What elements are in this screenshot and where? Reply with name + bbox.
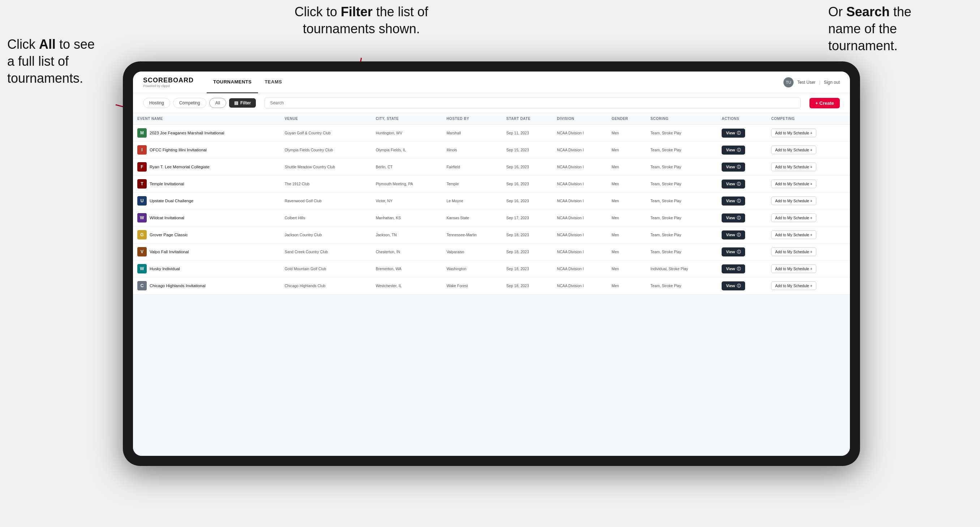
gender-0: Men	[608, 125, 646, 141]
view-button-6[interactable]: View ⓘ	[722, 230, 745, 240]
city-state-4: Victor, NY	[371, 192, 442, 210]
tablet-screen: SCOREBOARD Powered by clippd TOURNAMENTS…	[133, 71, 850, 456]
add-to-schedule-button-8[interactable]: Add to My Schedule +	[771, 264, 816, 273]
view-icon-9: ⓘ	[737, 283, 741, 289]
actions-7: View ⓘ	[717, 243, 767, 260]
view-button-4[interactable]: View ⓘ	[722, 197, 745, 206]
competing-5: Add to My Schedule +	[767, 210, 850, 227]
col-scoring: SCORING	[646, 113, 717, 125]
city-state-1: Olympia Fields, IL	[371, 141, 442, 159]
event-cell-7: V Valpo Fall Invitational	[133, 243, 280, 260]
search-area	[264, 97, 801, 108]
view-button-3[interactable]: View ⓘ	[722, 179, 745, 189]
filter-label: Filter	[240, 100, 251, 105]
add-to-schedule-button-6[interactable]: Add to My Schedule +	[771, 230, 816, 239]
event-cell-1: I OFCC Fighting Illini Invitational	[133, 141, 280, 159]
gender-4: Men	[608, 192, 646, 210]
hosted-by-8: Washington	[442, 260, 502, 278]
city-state-7: Chesterton, IN	[371, 243, 442, 260]
nav-links: TOURNAMENTS TEAMS	[207, 71, 288, 93]
view-icon-0: ⓘ	[737, 130, 741, 136]
gender-2: Men	[608, 159, 646, 176]
actions-1: View ⓘ	[717, 141, 767, 159]
logo-area: SCOREBOARD Powered by clippd	[143, 76, 194, 88]
col-competing: COMPETING	[767, 113, 850, 125]
table-row: G Grover Page Classic Jackson Country Cl…	[133, 227, 850, 243]
col-actions: ACTIONS	[717, 113, 767, 125]
event-logo-3: T	[137, 179, 147, 189]
division-4: NCAA Division I	[552, 192, 607, 210]
view-icon-3: ⓘ	[737, 181, 741, 187]
competing-tab[interactable]: Competing	[173, 98, 206, 108]
table-row: I OFCC Fighting Illini Invitational Olym…	[133, 141, 850, 159]
col-hosted-by: HOSTED BY	[442, 113, 502, 125]
view-button-0[interactable]: View ⓘ	[722, 129, 745, 138]
search-input[interactable]	[264, 97, 801, 108]
annotation-top-center: Click to Filter the list oftournaments s…	[253, 3, 470, 38]
start-date-0: Sep 11, 2023	[502, 125, 552, 141]
view-icon-7: ⓘ	[737, 249, 741, 255]
event-name-2: Ryan T. Lee Memorial Collegiate	[150, 165, 210, 169]
filter-button[interactable]: ▤ Filter	[229, 98, 256, 108]
nav-link-tournaments[interactable]: TOURNAMENTS	[207, 71, 258, 93]
col-event-name: EVENT NAME	[133, 113, 280, 125]
event-logo-5: W	[137, 213, 147, 222]
create-button[interactable]: + Create	[810, 98, 840, 108]
scoring-5: Team, Stroke Play	[646, 210, 717, 227]
event-name-8: Husky Individual	[150, 267, 180, 271]
event-name-6: Grover Page Classic	[150, 233, 188, 237]
city-state-9: Westchester, IL	[371, 278, 442, 294]
scoring-0: Team, Stroke Play	[646, 125, 717, 141]
event-logo-4: U	[137, 196, 147, 206]
event-cell-8: W Husky Individual	[133, 260, 280, 278]
event-name-9: Chicago Highlands Invitational	[150, 284, 205, 288]
scoring-4: Team, Stroke Play	[646, 192, 717, 210]
add-to-schedule-button-0[interactable]: Add to My Schedule +	[771, 129, 816, 137]
hosted-by-6: Tennessee-Martin	[442, 227, 502, 243]
view-button-2[interactable]: View ⓘ	[722, 162, 745, 171]
venue-3: The 1912 Club	[280, 176, 371, 192]
event-logo-8: W	[137, 264, 147, 273]
event-logo-0: M	[137, 128, 147, 138]
actions-0: View ⓘ	[717, 125, 767, 141]
division-0: NCAA Division I	[552, 125, 607, 141]
hosted-by-9: Wake Forest	[442, 278, 502, 294]
event-cell-6: G Grover Page Classic	[133, 227, 280, 243]
start-date-2: Sep 16, 2023	[502, 159, 552, 176]
venue-0: Guyan Golf & Country Club	[280, 125, 371, 141]
start-date-6: Sep 18, 2023	[502, 227, 552, 243]
venue-7: Sand Creek Country Club	[280, 243, 371, 260]
gender-1: Men	[608, 141, 646, 159]
view-button-8[interactable]: View ⓘ	[722, 264, 745, 273]
sign-out-link[interactable]: Sign out	[824, 80, 840, 85]
venue-2: Shuttle Meadow Country Club	[280, 159, 371, 176]
add-to-schedule-button-3[interactable]: Add to My Schedule +	[771, 179, 816, 188]
add-to-schedule-button-1[interactable]: Add to My Schedule +	[771, 146, 816, 154]
hosting-tab[interactable]: Hosting	[143, 98, 170, 108]
scoring-7: Team, Stroke Play	[646, 243, 717, 260]
all-tab[interactable]: All	[209, 98, 226, 108]
venue-8: Gold Mountain Golf Club	[280, 260, 371, 278]
add-to-schedule-button-9[interactable]: Add to My Schedule +	[771, 281, 816, 290]
hosted-by-1: Illinois	[442, 141, 502, 159]
add-to-schedule-button-4[interactable]: Add to My Schedule +	[771, 197, 816, 205]
col-start-date: START DATE	[502, 113, 552, 125]
view-button-7[interactable]: View ⓘ	[722, 248, 745, 256]
nav-link-teams[interactable]: TEAMS	[258, 71, 288, 93]
view-button-5[interactable]: View ⓘ	[722, 213, 745, 222]
view-icon-2: ⓘ	[737, 164, 741, 170]
add-to-schedule-button-5[interactable]: Add to My Schedule +	[771, 213, 816, 222]
competing-4: Add to My Schedule +	[767, 192, 850, 210]
add-to-schedule-button-7[interactable]: Add to My Schedule +	[771, 248, 816, 256]
city-state-8: Bremerton, WA	[371, 260, 442, 278]
event-logo-2: F	[137, 162, 147, 171]
annotation-left: Click All to seea full list oftournament…	[7, 36, 116, 87]
nav-bar: SCOREBOARD Powered by clippd TOURNAMENTS…	[133, 71, 850, 93]
competing-0: Add to My Schedule +	[767, 125, 850, 141]
add-to-schedule-button-2[interactable]: Add to My Schedule +	[771, 162, 816, 171]
event-name-7: Valpo Fall Invitational	[150, 249, 189, 254]
event-name-3: Temple Invitational	[150, 182, 184, 186]
view-button-1[interactable]: View ⓘ	[722, 146, 745, 155]
start-date-1: Sep 15, 2023	[502, 141, 552, 159]
view-button-9[interactable]: View ⓘ	[722, 281, 745, 290]
